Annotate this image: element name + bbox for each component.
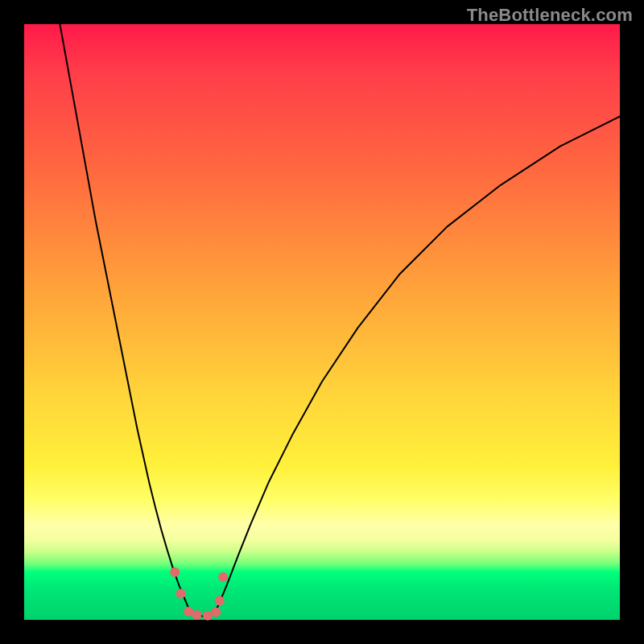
highlight-dot [184,607,193,617]
plot-area [24,24,620,620]
highlight-dot [176,588,186,598]
chart-container: TheBottleneck.com [0,0,644,644]
bottleneck-curve [60,24,620,617]
watermark-text: TheBottleneck.com [467,5,633,26]
highlight-dot [211,607,221,617]
highlight-dot [215,596,225,605]
highlight-dot [170,568,180,577]
highlight-dot [218,572,228,582]
curve-layer [24,24,620,620]
highlight-dot [192,610,202,620]
highlight-dot [203,611,213,621]
